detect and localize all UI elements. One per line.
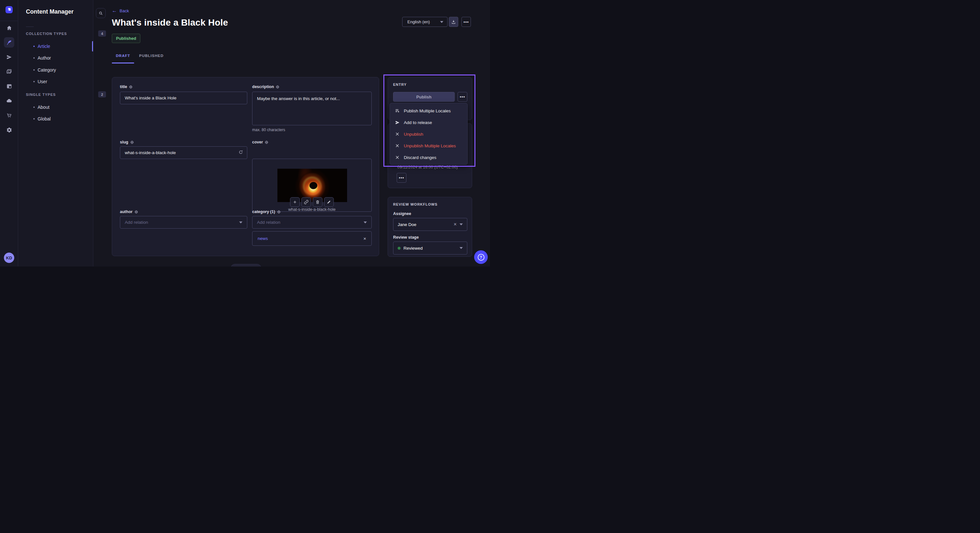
assignee-select[interactable]: Jane Doe ×	[393, 218, 467, 231]
menu-item-publish-multiple-locales[interactable]: Publish Multiple Locales	[390, 105, 467, 117]
author-field-label: author	[120, 209, 138, 214]
bullet-icon	[33, 118, 35, 119]
link-icon	[304, 200, 309, 204]
layout-icon[interactable]	[4, 81, 14, 91]
sidebar-item-label: About	[38, 105, 49, 110]
tab-published[interactable]: PUBLISHED	[137, 54, 165, 63]
bullet-icon	[33, 46, 35, 47]
locale-select[interactable]: English (en)	[402, 17, 447, 27]
icon-rail: KD	[0, 0, 18, 266]
list-plus-icon	[395, 108, 400, 113]
menu-item-unpublish-multiple-locales[interactable]: Unpublish Multiple Locales	[390, 140, 467, 152]
home-icon[interactable]	[4, 23, 14, 33]
header-more-button[interactable]: •••	[461, 17, 471, 27]
chevron-down-icon	[440, 21, 443, 23]
menu-item-add-to-release[interactable]: Add to release	[390, 117, 467, 128]
assignee-label: Assignee	[393, 211, 411, 216]
menu-item-label: Unpublish	[404, 132, 423, 136]
sidebar-item-label: Global	[38, 116, 51, 121]
cover-field-label: cover	[252, 140, 268, 144]
clear-icon[interactable]: ×	[454, 222, 457, 227]
cover-field: what-s-inside-a-black-hole	[252, 159, 372, 212]
scheduled-more-button[interactable]: •••	[397, 173, 406, 182]
entry-panel-title: ENTRY	[393, 82, 467, 86]
app-window: KD Content Manager COLLECTION TYPES 4 Ar…	[0, 0, 490, 266]
sidebar-item-author[interactable]: Author	[18, 52, 93, 64]
status-badge: Published	[112, 34, 140, 43]
cart-icon[interactable]	[4, 110, 14, 121]
scheduled-date: 09/11/2024 at 16:00 (UTC+02:00)	[397, 165, 458, 169]
locale-value: English (en)	[407, 19, 430, 24]
category-field-label: category (1)	[252, 209, 281, 214]
collection-types-count: 4	[98, 30, 106, 36]
menu-item-unpublish[interactable]: Unpublish	[390, 128, 467, 140]
cover-actions	[253, 197, 371, 207]
trash-icon	[315, 200, 320, 204]
sidebar-item-category[interactable]: Category	[18, 64, 93, 76]
remove-relation-icon[interactable]: ×	[363, 236, 366, 241]
edit-asset-button[interactable]	[324, 197, 334, 207]
page-title: What's inside a Black Hole	[112, 17, 228, 28]
review-stage-label: Review stage	[393, 235, 419, 240]
active-tab-underline	[112, 62, 134, 63]
menu-item-label: Add to release	[404, 120, 432, 125]
review-workflows-panel: REVIEW WORKFLOWS Assignee Jane Doe × Rev…	[388, 197, 472, 257]
sidebar-item-global[interactable]: Global	[18, 113, 93, 125]
search-button[interactable]	[96, 8, 106, 18]
collapsed-panel-pill[interactable]	[231, 264, 261, 266]
back-link[interactable]: ← Back	[112, 8, 129, 13]
menu-item-discard-changes[interactable]: Discard changes	[390, 152, 467, 163]
publish-button[interactable]: Publish	[393, 92, 455, 102]
sidebar-item-label: Category	[38, 67, 56, 73]
slug-input[interactable]	[120, 146, 247, 159]
tab-draft[interactable]: DRAFT	[112, 54, 134, 63]
category-placeholder: Add relation	[257, 220, 280, 225]
category-relation-item: news ×	[252, 231, 372, 246]
entry-form-card: title description Maybe the answer is in…	[112, 77, 379, 256]
sidebar-item-user[interactable]: User	[18, 76, 93, 87]
menu-item-label: Publish Multiple Locales	[404, 108, 451, 113]
sidebar-item-label: Author	[38, 56, 51, 60]
title-input[interactable]	[120, 92, 247, 104]
sidebar-item-about[interactable]: About	[18, 102, 93, 113]
author-placeholder: Add relation	[125, 220, 148, 225]
export-button[interactable]	[449, 17, 458, 27]
relation-link[interactable]: news	[258, 236, 268, 241]
panel-title: Content Manager	[26, 8, 73, 15]
globe-icon	[265, 141, 268, 144]
chevron-down-icon	[364, 222, 367, 224]
sidebar-item-article[interactable]: Article	[18, 40, 93, 52]
delete-asset-button[interactable]	[313, 197, 323, 207]
help-button[interactable]: ?	[474, 250, 488, 264]
sidebar-item-label: User	[38, 79, 47, 84]
review-stage-select[interactable]: Reviewed	[393, 241, 467, 254]
sidebar-item-label: Article	[38, 44, 50, 49]
paper-plane-icon	[395, 120, 400, 125]
chevron-down-icon	[239, 222, 242, 224]
description-field-label: description	[252, 84, 279, 89]
media-library-icon[interactable]	[4, 67, 14, 77]
add-asset-button[interactable]	[290, 197, 300, 207]
description-textarea[interactable]: Maybe the answer is in this article, or …	[252, 92, 372, 125]
globe-icon	[135, 210, 138, 214]
gear-icon[interactable]	[4, 125, 14, 135]
active-item-indicator	[92, 41, 93, 51]
entry-actions-menu: Publish Multiple Locales Add to release …	[390, 103, 468, 165]
content-manager-panel: Content Manager COLLECTION TYPES 4 Artic…	[18, 0, 93, 266]
back-label: Back	[119, 8, 129, 13]
copy-link-button[interactable]	[301, 197, 311, 207]
plus-icon	[293, 200, 297, 204]
strapi-logo-icon[interactable]	[5, 6, 13, 13]
user-avatar[interactable]: KD	[4, 252, 14, 263]
feather-icon[interactable]	[4, 37, 14, 48]
entry-more-button[interactable]: •••	[458, 92, 467, 102]
regenerate-icon[interactable]	[238, 150, 243, 155]
single-types-count: 2	[98, 91, 106, 97]
author-relation-select[interactable]: Add relation	[120, 216, 247, 228]
stage-dot-icon	[398, 247, 401, 250]
globe-icon	[129, 85, 132, 89]
collection-types-header: COLLECTION TYPES	[26, 32, 67, 36]
paper-plane-icon[interactable]	[4, 52, 14, 62]
category-relation-select[interactable]: Add relation	[252, 216, 372, 228]
cloud-icon[interactable]	[4, 95, 14, 106]
